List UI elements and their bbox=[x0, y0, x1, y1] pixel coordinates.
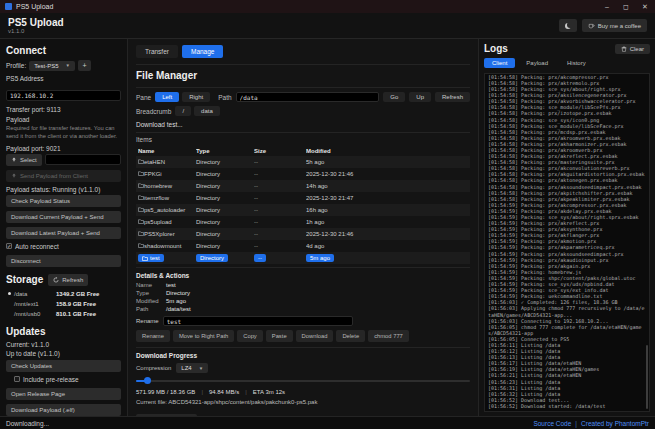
table-row[interactable]: testDirectory--5m ago bbox=[136, 252, 470, 264]
table-row[interactable]: PS5XplorerDirectory--2025-12-30 21:46 bbox=[136, 228, 470, 240]
compression-value: LZ4 bbox=[181, 365, 191, 371]
payload-file-input[interactable] bbox=[45, 154, 121, 165]
table-row[interactable]: etaHENDirectory--5h ago bbox=[136, 156, 470, 168]
auto-reconnect-checkbox[interactable]: Auto reconnect bbox=[6, 243, 121, 250]
compression-select[interactable]: LZ4 ▼ bbox=[176, 363, 208, 373]
check-updates-button[interactable]: Check Updates bbox=[6, 360, 121, 372]
download-current-payload-button[interactable]: Download Current Payload + Send bbox=[6, 211, 121, 223]
log-entry: [01:56:52] Download started: /data/test bbox=[488, 403, 645, 409]
profile-select[interactable]: Test-PS5 ▼ bbox=[29, 61, 75, 71]
progress-knob[interactable] bbox=[144, 377, 151, 384]
pane-label: Pane bbox=[136, 94, 151, 101]
tab-transfer[interactable]: Transfer bbox=[136, 45, 178, 58]
log-output[interactable]: [01:54:58] Packing: prx/akexpander.prx.e… bbox=[484, 73, 650, 412]
disconnect-button[interactable]: Disconnect bbox=[6, 255, 121, 267]
storage-item[interactable]: /mnt/usb0810.1 GB Free bbox=[6, 309, 121, 319]
paste-button[interactable]: Paste bbox=[266, 330, 293, 342]
cell-type: Directory bbox=[196, 159, 254, 165]
table-row[interactable]: ps5_autoloaderDirectory--16h ago bbox=[136, 204, 470, 216]
log-tabs: ClientPayloadHistory bbox=[484, 58, 650, 68]
close-icon[interactable]: ✕ bbox=[640, 0, 650, 13]
rename-label: Rename bbox=[136, 318, 159, 324]
log-tab-history[interactable]: History bbox=[559, 58, 594, 68]
column-header-name: Name bbox=[138, 148, 196, 154]
items-section: Items NameTypeSizeModified etaHENDirecto… bbox=[136, 132, 470, 264]
updates-title: Updates bbox=[6, 326, 121, 337]
source-code-link[interactable]: Source Code bbox=[533, 420, 571, 427]
table-row[interactable]: shadowmountDirectory--4d ago bbox=[136, 240, 470, 252]
cell-type: Directory bbox=[196, 243, 254, 249]
buy-coffee-button[interactable]: Buy me a coffee bbox=[582, 19, 647, 32]
cell-text: Directory bbox=[196, 207, 220, 213]
download-latest-payload-button[interactable]: Download Latest Payload + Send bbox=[6, 227, 121, 239]
pane-left-button[interactable]: Left bbox=[155, 92, 179, 102]
download-payload-elf-button[interactable]: Download Payload (.elf) bbox=[6, 404, 121, 416]
cell-modified: 16h ago bbox=[306, 207, 468, 213]
maximize-icon[interactable]: ◻ bbox=[621, 0, 631, 13]
download-size-text: 571.99 MB / 18.36 GB bbox=[136, 389, 195, 395]
window-title: PS5 Upload bbox=[16, 3, 53, 10]
main-panel: TransferManage File Manager Pane LeftRig… bbox=[128, 39, 479, 416]
table-row[interactable]: FPKGiDirectory--2025-12-30 21:46 bbox=[136, 168, 470, 180]
send-payload-button[interactable]: Send Payload from Client bbox=[6, 170, 121, 182]
cell-size: -- bbox=[254, 207, 306, 213]
moon-icon bbox=[565, 23, 571, 29]
clear-logs-button[interactable]: Clear bbox=[615, 44, 650, 54]
current-version-text: Current: v1.1.0 bbox=[6, 341, 121, 348]
storage-item[interactable]: /mnt/ext1158.9 GB Free bbox=[6, 299, 121, 309]
cell-type: Directory bbox=[196, 254, 254, 262]
download-button[interactable]: Download bbox=[296, 330, 334, 342]
selected-cell-chip: -- bbox=[254, 254, 266, 262]
path-input[interactable] bbox=[236, 92, 380, 102]
select-payload-button[interactable]: Select bbox=[6, 154, 42, 166]
log-scrollbar[interactable] bbox=[646, 345, 648, 409]
refresh-storage-button[interactable]: Refresh bbox=[48, 274, 88, 286]
pane-right-button[interactable]: Right bbox=[182, 92, 210, 102]
copy-button[interactable]: Copy bbox=[237, 330, 263, 342]
breadcrumb-item[interactable]: / bbox=[175, 106, 191, 116]
cell-modified: 1h ago bbox=[306, 219, 468, 225]
tab-manage[interactable]: Manage bbox=[182, 45, 224, 58]
cell-text: PS5Xplorer bbox=[144, 231, 175, 237]
log-tab-client[interactable]: Client bbox=[484, 58, 515, 68]
delete-button[interactable]: Delete bbox=[336, 330, 365, 342]
detail-label-path: Path bbox=[136, 306, 166, 312]
storage-list: /data1349.2 GB Free/mnt/ext1158.9 GB Fre… bbox=[6, 289, 121, 319]
cell-text: Directory bbox=[196, 243, 220, 249]
log-tab-payload[interactable]: Payload bbox=[518, 58, 556, 68]
cell-text: Directory bbox=[196, 159, 220, 165]
up-button[interactable]: Up bbox=[409, 92, 431, 102]
move-to-right-path-button[interactable]: Move to Right Path bbox=[173, 330, 234, 342]
go-button[interactable]: Go bbox=[383, 92, 405, 102]
address-input[interactable] bbox=[6, 90, 121, 101]
storage-path: /data bbox=[14, 291, 56, 297]
rename-input[interactable] bbox=[163, 316, 353, 326]
add-profile-button[interactable]: + bbox=[78, 60, 91, 71]
refresh-pane-button[interactable]: Refresh bbox=[435, 92, 470, 102]
include-prerelease-checkbox[interactable]: Include pre-release bbox=[14, 376, 121, 383]
cell-text: Directory bbox=[196, 171, 220, 177]
rename-button[interactable]: Rename bbox=[136, 330, 170, 342]
table-row[interactable]: ps5uploadDirectory--1h ago bbox=[136, 216, 470, 228]
table-row[interactable]: itemzflowDirectory--2025-12-30 21:47 bbox=[136, 192, 470, 204]
cell-modified: 14h ago bbox=[306, 183, 468, 189]
chmod-777-button[interactable]: chmod 777 bbox=[368, 330, 409, 342]
table-row[interactable]: homebrewDirectory--14h ago bbox=[136, 180, 470, 192]
credit-link[interactable]: Created by PhantomPtr bbox=[581, 420, 649, 427]
cell-text: -- bbox=[254, 171, 258, 177]
cell-name: shadowmount bbox=[138, 243, 196, 249]
minimize-icon[interactable]: – bbox=[602, 0, 612, 13]
cell-text: 16h ago bbox=[306, 207, 328, 213]
compression-label: Compression bbox=[136, 365, 171, 371]
address-label: PS5 Address bbox=[6, 75, 121, 82]
clear-logs-label: Clear bbox=[630, 46, 644, 52]
cell-name: etaHEN bbox=[138, 159, 196, 165]
cell-text: -- bbox=[254, 195, 258, 201]
breadcrumb-item[interactable]: data bbox=[194, 106, 220, 116]
profile-label: Profile: bbox=[6, 62, 26, 69]
cell-name: ps5upload bbox=[138, 219, 196, 225]
storage-item[interactable]: /data1349.2 GB Free bbox=[6, 289, 121, 299]
open-release-page-button[interactable]: Open Release Page bbox=[6, 388, 121, 400]
theme-toggle-button[interactable] bbox=[559, 19, 577, 32]
check-payload-button[interactable]: Check Payload Status bbox=[6, 195, 121, 207]
